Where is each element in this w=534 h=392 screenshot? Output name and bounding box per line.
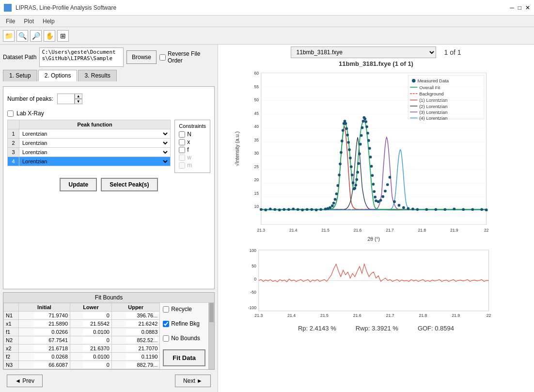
constraint-N-checkbox[interactable] [179, 131, 185, 138]
fb-initial-input[interactable] [34, 329, 68, 335]
fb-initial[interactable] [18, 328, 70, 336]
fb-lower-input[interactable] [83, 329, 110, 335]
fb-upper[interactable] [111, 361, 159, 369]
peak-func-select[interactable]: Lorentzian [20, 158, 169, 165]
select-peaks-button[interactable]: Select Peak(s) [101, 178, 157, 191]
fb-upper[interactable] [111, 328, 159, 336]
fb-lower[interactable] [70, 328, 112, 336]
fb-upper-input[interactable] [126, 362, 157, 368]
file-selector[interactable]: 11bmb_3181.fxye [291, 47, 436, 58]
fb-initial-input[interactable] [34, 321, 68, 327]
menu-plot[interactable]: Plot [20, 17, 38, 26]
peak-table-row[interactable]: 1 Lorentzian [8, 129, 171, 139]
peak-table-row[interactable]: 4 Lorentzian [8, 157, 171, 166]
no-bounds-checkbox[interactable] [163, 335, 169, 342]
scrollbar[interactable] [208, 303, 214, 369]
fb-lower[interactable] [70, 345, 112, 353]
tab-content: Number of peaks: 4 ▲ ▼ Lab X-Ray [3, 86, 215, 289]
peak-row-num: 3 [8, 148, 19, 157]
fb-upper[interactable] [111, 353, 159, 361]
fb-upper-input[interactable] [126, 345, 157, 351]
fb-initial[interactable] [18, 361, 70, 369]
zoom-out-icon[interactable]: 🔎 [30, 30, 42, 42]
fb-upper-input[interactable] [126, 354, 157, 360]
fit-data-button[interactable]: Fit Data [163, 349, 205, 366]
constraint-m-checkbox[interactable] [179, 162, 185, 169]
fb-lower[interactable] [70, 320, 112, 328]
peaks-input[interactable]: 4 [57, 94, 75, 104]
zoom-in-icon[interactable]: 🔍 [16, 30, 28, 42]
svg-text:21.3: 21.3 [254, 313, 263, 318]
close-btn[interactable]: ✕ [525, 4, 530, 11]
open-icon[interactable]: 📁 [3, 30, 15, 42]
peak-row-func[interactable]: Lorentzian [19, 148, 171, 157]
browse-button[interactable]: Browse [126, 50, 157, 64]
constraint-x-checkbox[interactable] [179, 139, 185, 145]
peak-func-select[interactable]: Lorentzian [20, 140, 169, 146]
reverse-checkbox[interactable] [159, 54, 166, 61]
fb-lower-input[interactable] [83, 321, 110, 327]
menu-file[interactable]: File [2, 17, 19, 26]
peaks-down-button[interactable]: ▼ [75, 99, 82, 104]
fb-initial[interactable] [18, 320, 70, 328]
minimize-btn[interactable]: ─ [510, 4, 514, 11]
peaks-up-button[interactable]: ▲ [75, 94, 82, 99]
fb-upper-input[interactable] [126, 337, 157, 343]
constraint-w-checkbox[interactable] [179, 155, 185, 161]
fb-initial[interactable] [18, 345, 70, 353]
fb-initial-input[interactable] [34, 337, 68, 343]
fb-initial[interactable] [18, 336, 70, 345]
fb-lower-input[interactable] [83, 345, 110, 351]
fb-lower[interactable] [70, 353, 112, 361]
fb-upper-input[interactable] [126, 321, 157, 327]
svg-point-82 [354, 187, 357, 190]
next-button[interactable]: Next ► [175, 375, 211, 387]
peak-table-row[interactable]: 2 Lorentzian [8, 139, 171, 148]
peak-row-func[interactable]: Lorentzian [19, 139, 171, 148]
constraint-f-checkbox[interactable] [179, 147, 185, 153]
fb-upper-input[interactable] [126, 329, 157, 335]
peak-table-row[interactable]: 3 Lorentzian [8, 148, 171, 157]
fit-bounds-table-wrap[interactable]: Initial Lower Upper N1 x1 f1 N2 x2 [3, 303, 160, 369]
dataset-path-input[interactable]: C:\Users\geste\Document s\GitHub\LIPRAS\… [39, 47, 124, 67]
recycle-checkbox[interactable] [163, 306, 169, 313]
fb-initial[interactable] [18, 312, 70, 320]
fb-initial[interactable] [18, 353, 70, 361]
fb-initial-input[interactable] [34, 313, 68, 318]
fb-lower-input[interactable] [83, 337, 110, 343]
fb-initial-input[interactable] [34, 362, 68, 368]
fb-lower[interactable] [70, 312, 112, 320]
svg-text:21.5: 21.5 [321, 228, 330, 233]
fb-lower-input[interactable] [83, 313, 110, 318]
peak-func-select[interactable]: Lorentzian [20, 149, 169, 156]
pan-icon[interactable]: ✋ [44, 30, 55, 42]
refine-bkg-checkbox[interactable] [163, 321, 169, 327]
reset-icon[interactable]: ⊞ [57, 30, 69, 42]
peak-func-select[interactable]: Lorentzian [20, 130, 169, 137]
fb-upper[interactable] [111, 336, 159, 345]
fb-upper[interactable] [111, 345, 159, 353]
menu-help[interactable]: Help [39, 17, 59, 26]
fb-upper-input[interactable] [126, 313, 157, 318]
left-panel: Dataset Path C:\Users\geste\Document s\G… [0, 45, 218, 392]
lab-xray-checkbox[interactable] [7, 110, 14, 117]
fb-initial-input[interactable] [34, 354, 68, 360]
tab-setup[interactable]: 1. Setup [3, 70, 37, 81]
fb-lower-input[interactable] [83, 354, 110, 360]
fb-lower[interactable] [70, 336, 112, 345]
maximize-btn[interactable]: □ [518, 4, 521, 11]
svg-text:45: 45 [254, 111, 259, 116]
peak-row-func[interactable]: Lorentzian [19, 129, 171, 139]
fb-initial-input[interactable] [34, 345, 68, 351]
update-button[interactable]: Update [60, 178, 97, 191]
fb-upper[interactable] [111, 312, 159, 320]
fb-lower-input[interactable] [83, 362, 110, 368]
prev-button[interactable]: ◄ Prev [7, 375, 43, 387]
tab-options[interactable]: 2. Options [38, 70, 78, 81]
recycle-label: Recycle [171, 306, 192, 313]
peak-row-func[interactable]: Lorentzian [19, 157, 171, 166]
fb-upper[interactable] [111, 320, 159, 328]
tab-results[interactable]: 3. Results [78, 70, 116, 81]
fb-lower[interactable] [70, 361, 112, 369]
svg-point-67 [340, 151, 343, 154]
